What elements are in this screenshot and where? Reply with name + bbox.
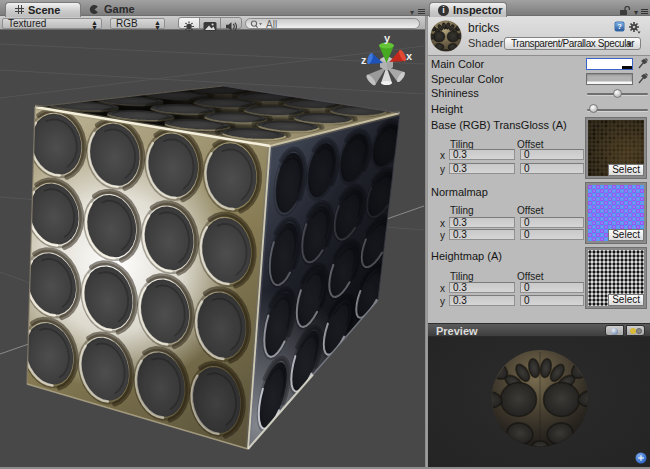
- svg-text:x: x: [406, 50, 413, 62]
- svg-text:y: y: [384, 32, 391, 44]
- svg-text:z: z: [361, 54, 367, 66]
- svg-text:?: ?: [617, 22, 622, 31]
